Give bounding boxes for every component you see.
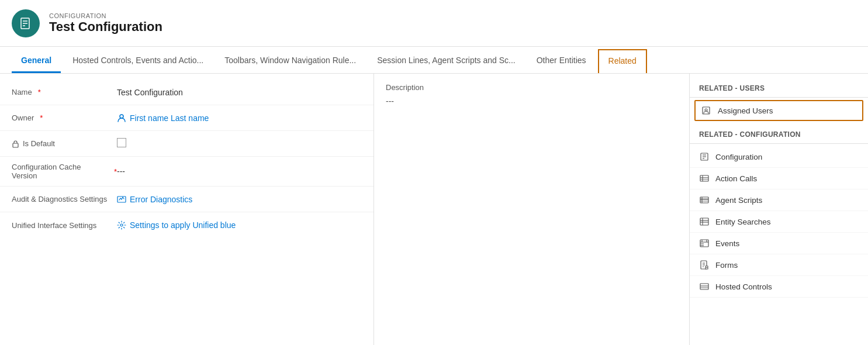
related-panel: Related - Users Assigned Users Related -… <box>690 74 868 345</box>
related-item-events[interactable]: Events <box>690 233 868 254</box>
unified-row: Unified Interface Settings Settings to a… <box>0 212 374 238</box>
unified-label: Unified Interface Settings <box>12 221 117 230</box>
agent-scripts-icon <box>699 195 710 205</box>
config-divider <box>690 143 868 144</box>
configuration-icon <box>699 151 710 162</box>
tab-related[interactable]: Related <box>598 49 647 73</box>
lock-icon <box>12 139 19 149</box>
app-icon <box>12 9 40 37</box>
form-panel: Name * Test Configuration Owner * First … <box>0 74 374 345</box>
entity-searches-label: Entity Searches <box>715 218 771 226</box>
name-required: * <box>38 88 41 96</box>
svg-rect-5 <box>13 143 18 147</box>
audit-label: Audit & Diagnostics Settings <box>12 195 117 203</box>
assigned-users-label: Assigned Users <box>718 106 773 115</box>
users-divider <box>690 97 868 98</box>
related-item-configuration[interactable]: Configuration <box>690 146 868 168</box>
related-item-agent-scripts[interactable]: Agent Scripts <box>690 189 868 211</box>
entity-searches-icon <box>699 216 710 227</box>
tabs-bar: General Hosted Controls, Events and Acti… <box>0 47 868 74</box>
svg-point-9 <box>705 109 707 111</box>
related-users-header: Related - Users <box>690 80 868 95</box>
main-content: Name * Test Configuration Owner * First … <box>0 74 868 345</box>
is-default-checkbox-wrapper[interactable] <box>117 138 362 149</box>
settings-icon <box>117 220 126 230</box>
name-value[interactable]: Test Configuration <box>117 88 362 97</box>
unified-link[interactable]: Settings to apply Unified blue <box>117 220 362 230</box>
tab-general[interactable]: General <box>12 50 61 73</box>
description-label: Description <box>386 83 677 92</box>
related-config-header: Related - Configuration <box>690 126 868 141</box>
events-icon <box>699 238 710 249</box>
audit-value[interactable]: Error Diagnostics <box>117 195 362 204</box>
agent-scripts-label: Agent Scripts <box>715 196 762 205</box>
svg-rect-18 <box>700 197 708 203</box>
related-item-assigned-users[interactable]: Assigned Users <box>694 100 863 121</box>
owner-required: * <box>40 113 43 122</box>
svg-point-7 <box>120 224 123 226</box>
related-item-forms[interactable]: Forms <box>690 254 868 276</box>
svg-rect-14 <box>700 175 708 181</box>
hosted-controls-label: Hosted Controls <box>715 282 772 291</box>
related-item-action-calls[interactable]: Action Calls <box>690 168 868 189</box>
action-calls-label: Action Calls <box>715 174 757 183</box>
hosted-controls-icon <box>699 281 710 292</box>
is-default-label: Is Default <box>12 139 117 149</box>
name-label: Name * <box>12 88 117 96</box>
audit-row: Audit & Diagnostics Settings Error Diagn… <box>0 187 374 212</box>
svg-rect-23 <box>700 218 708 225</box>
config-label: CONFIGURATION <box>49 12 162 19</box>
tab-hosted-controls[interactable]: Hosted Controls, Events and Actio... <box>63 50 213 73</box>
config-cache-value[interactable]: --- <box>117 167 362 176</box>
events-label: Events <box>715 239 739 248</box>
header-text: CONFIGURATION Test Configuration <box>49 12 162 34</box>
config-cache-row: Configuration Cache Version * --- <box>0 157 374 187</box>
audit-link[interactable]: Error Diagnostics <box>117 195 362 204</box>
app-header: CONFIGURATION Test Configuration <box>0 0 868 47</box>
is-default-checkbox[interactable] <box>117 138 126 147</box>
svg-point-4 <box>120 115 123 118</box>
assigned-users-icon <box>701 105 712 116</box>
tab-other-entities[interactable]: Other Entities <box>527 50 596 73</box>
name-row: Name * Test Configuration <box>0 80 374 105</box>
description-value[interactable]: --- <box>386 96 677 106</box>
diagnostics-icon <box>117 195 126 204</box>
owner-row: Owner * First name Last name <box>0 105 374 131</box>
related-item-entity-searches[interactable]: Entity Searches <box>690 211 868 233</box>
config-title: Test Configuration <box>49 19 162 34</box>
svg-rect-39 <box>700 284 708 289</box>
owner-link[interactable]: First name Last name <box>117 113 362 123</box>
forms-icon <box>699 260 710 270</box>
configuration-label: Configuration <box>715 153 762 161</box>
tab-toolbars[interactable]: Toolbars, Window Navigation Rule... <box>215 50 365 73</box>
owner-label: Owner * <box>12 113 117 122</box>
config-cache-label: Configuration Cache Version * <box>12 163 117 180</box>
tab-session-lines[interactable]: Session Lines, Agent Scripts and Sc... <box>368 50 525 73</box>
description-panel: Description --- <box>374 74 690 345</box>
unified-value[interactable]: Settings to apply Unified blue <box>117 220 362 230</box>
owner-value[interactable]: First name Last name <box>117 113 362 123</box>
person-icon <box>117 113 126 123</box>
related-item-hosted-controls[interactable]: Hosted Controls <box>690 276 868 298</box>
action-calls-icon <box>699 173 710 184</box>
forms-label: Forms <box>715 261 738 270</box>
is-default-row: Is Default <box>0 131 374 157</box>
